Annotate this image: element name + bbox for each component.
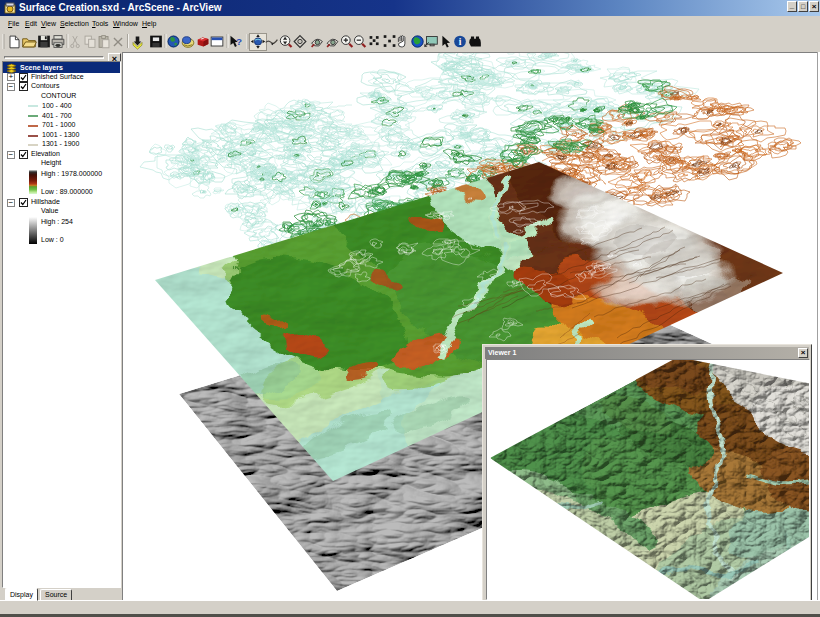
svg-text:i: i — [459, 37, 462, 47]
svg-text:?: ? — [236, 36, 242, 47]
